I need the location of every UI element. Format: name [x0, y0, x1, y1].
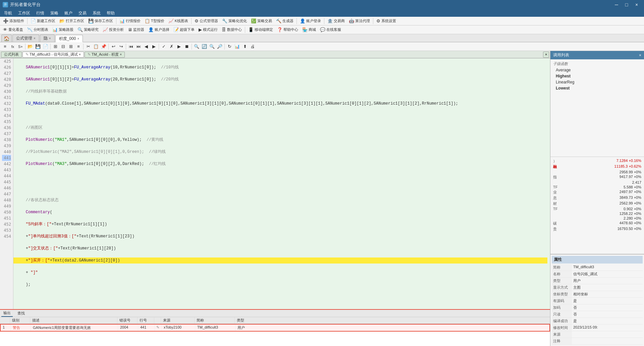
menu-help[interactable]: 帮助	[104, 10, 117, 17]
edit-btn-print[interactable]: 🖨	[249, 43, 256, 50]
menu-market[interactable]: 行情	[34, 10, 47, 17]
props-row-from: 来源	[552, 331, 643, 338]
toolbar-new-workspace[interactable]: 📄新建工作区	[29, 18, 57, 24]
toolbar-account-login[interactable]: 👤账户登录	[298, 18, 323, 24]
func-item-lowest[interactable]: Lowest	[552, 85, 643, 91]
tab-jidu-close[interactable]: ×	[77, 37, 79, 41]
edit-btn-next[interactable]: ▶	[150, 43, 158, 50]
error-row[interactable]: 1 警告 GANumeric1周部变量需要咨询无效 2004 441 ✎ xTo…	[0, 324, 550, 332]
edit-btn-save[interactable]: 💾	[34, 43, 42, 50]
edit-btn-search[interactable]: 🔍	[193, 43, 200, 50]
tab-hidden[interactable]: 隐 ×	[40, 35, 55, 42]
toolbar-account-select[interactable]: 👤账户选择	[147, 26, 171, 33]
tab-formula-mgr[interactable]: 公式管理 ×	[12, 35, 39, 42]
close-btn[interactable]: ×	[632, 0, 641, 9]
edit-btn-zoom-in[interactable]: 🔍	[208, 43, 216, 50]
toolbar-kline-chart[interactable]: 📈K线图表	[167, 18, 190, 24]
edit-btn-s[interactable]: S+	[17, 43, 24, 50]
toolbar-algo-agent[interactable]: 🤖算法代理	[347, 18, 372, 24]
edit-btn-redo[interactable]: ↪	[117, 43, 125, 50]
code-tab-close-all[interactable]: ✕	[543, 52, 549, 58]
toolbar-invest-analysis[interactable]: 📈投资分析	[101, 26, 125, 33]
edit-btn-chart[interactable]: 📊	[233, 43, 241, 50]
edit-btn-stop[interactable]: ⏹	[183, 43, 191, 50]
minimize-btn[interactable]: ─	[612, 0, 621, 9]
toolbar-help-center[interactable]: ❓帮助中心	[275, 26, 300, 33]
edit-btn-export[interactable]: ⬆	[241, 43, 249, 50]
menu-nav[interactable]: 导航	[1, 10, 15, 17]
tab-jidu[interactable]: 积度_000 ×	[55, 35, 83, 42]
edit-btn-step-fwd[interactable]: ⏭	[135, 43, 142, 50]
props-row-addcode: 加码 否	[552, 304, 643, 311]
edit-btn-check[interactable]: ✓	[160, 43, 167, 50]
tab-hidden-close[interactable]: ×	[49, 37, 51, 40]
edit-btn-paste[interactable]: 📌	[100, 43, 107, 50]
edit-btn-copy[interactable]: 📋	[92, 43, 100, 50]
toolbar-strategy-research[interactable]: 🔍策略研究	[76, 26, 100, 33]
error-level: 警告	[11, 325, 31, 331]
output-tab-output[interactable]: 输出	[1, 310, 13, 317]
tab-formula-mgr-close[interactable]: ×	[34, 37, 36, 40]
toolbar-save-workspace[interactable]: 💾保存工作区	[87, 18, 115, 24]
code-tab-acold-close[interactable]: ×	[120, 53, 122, 56]
toolbar-mobile-bind[interactable]: 📱移动端绑定	[247, 26, 275, 33]
func-item-highest[interactable]: Highest	[552, 73, 643, 79]
toolbar-strategy-stocks[interactable]: 📊策略路股	[51, 26, 75, 33]
toolbar-quant-watch[interactable]: 👁量化看盘	[1, 26, 25, 33]
menu-account[interactable]: 账户	[62, 10, 75, 17]
error-desc: GANumeric1周部变量需要咨询无效	[31, 325, 118, 331]
market-row-5: 2.417	[552, 180, 643, 185]
maximize-btn[interactable]: □	[622, 0, 631, 9]
edit-btn-align[interactable]: ≡	[75, 43, 82, 50]
edit-btn-undo[interactable]: ↩	[110, 43, 117, 50]
toolbar-shop[interactable]: 🏪商城	[301, 26, 318, 33]
toolbar-mode-run[interactable]: ▶模式运行	[197, 26, 219, 33]
toolbar-add-component[interactable]: ➕添加组件	[1, 18, 26, 24]
menu-trade[interactable]: 交易	[76, 10, 89, 17]
edit-btn-fx[interactable]: fx	[9, 43, 16, 50]
code-tab-formula-list[interactable]: 公式列表	[1, 52, 22, 58]
edit-btn-grid2[interactable]: ⊞	[67, 43, 74, 50]
right-panel-close-btn[interactable]: ×	[639, 53, 641, 58]
edit-btn-zoom-out[interactable]: 🔎	[216, 43, 223, 50]
toolbar-online-service[interactable]: 💬在线客服	[318, 26, 343, 33]
edit-btn-prev[interactable]: ◀	[143, 43, 150, 50]
code-tab-acold[interactable]: ✎ TM_Acold - 积度 ×	[85, 52, 125, 58]
edit-btn-run[interactable]: ▶	[175, 43, 183, 50]
edit-btn-step-back[interactable]: ⏮	[127, 43, 135, 50]
code-line: SANumeric1[0][1][2]=FU_AverageArray(20,R…	[16, 76, 547, 82]
func-item-average[interactable]: Average	[552, 67, 643, 73]
func-item-linearreg[interactable]: LinearReg	[552, 79, 643, 85]
code-tab-difficult3[interactable]: ✎ TM_difficult3 - 信号闪烁_调试 ×	[22, 52, 84, 58]
toolbar-super-order[interactable]: 📝超级下单	[172, 26, 196, 33]
tab-home[interactable]: 🏠	[1, 35, 12, 42]
toolbar-market-quote[interactable]: 📊行情报价	[118, 18, 142, 24]
edit-btn-refresh[interactable]: ↻	[226, 43, 233, 50]
toolbar-timeshare-chart[interactable]: 📉分时图表	[25, 26, 50, 33]
edit-btn-open[interactable]: 📂	[26, 43, 34, 50]
toolbar-generator[interactable]: 🔨生成器	[274, 18, 295, 24]
toolbar-open-workspace[interactable]: 📂打开工作区	[58, 18, 86, 24]
toolbar-monitor[interactable]: 🖥监控器	[126, 26, 146, 33]
toolbar-formula-mgr[interactable]: ⚙公式管理器	[193, 18, 220, 24]
menu-workspace[interactable]: 工作区	[15, 10, 33, 17]
output-tab-find[interactable]: 查找	[15, 310, 27, 316]
edit-btn-list[interactable]: ≡	[1, 43, 9, 50]
toolbar-data-center[interactable]: 🗄数据中心	[220, 26, 244, 33]
toolbar-t-quote[interactable]: 📋T型报价	[143, 18, 166, 24]
toolbar-sys-settings[interactable]: ⚙系统设置	[375, 18, 398, 24]
code-tab-difficult3-close[interactable]: ×	[79, 53, 81, 56]
toolbar-broker[interactable]: 🏦交易商	[326, 18, 346, 24]
code-editor[interactable]: 425426427428429 430431432433434 43543643…	[0, 58, 550, 309]
toolbar-strategy-optimize[interactable]: 🔧策略化优化	[220, 18, 249, 24]
edit-btn-grid1[interactable]: ⊟	[59, 43, 67, 50]
code-lines[interactable]: SANumeric1[0][1][1]=FU_AverageArray(10,R…	[13, 58, 550, 309]
edit-btn-table[interactable]: ⊞	[52, 43, 59, 50]
edit-btn-x[interactable]: ✗	[168, 43, 175, 50]
menu-strategy[interactable]: 策略	[48, 10, 61, 17]
edit-btn-cut[interactable]: ✂	[85, 43, 92, 50]
edit-btn-replace[interactable]: 🔄	[201, 43, 208, 50]
toolbar-strategy-trade[interactable]: 💹策略交易	[249, 18, 274, 24]
menu-system[interactable]: 系统	[90, 10, 103, 17]
edit-btn-copy-doc[interactable]: 📄	[42, 43, 49, 50]
